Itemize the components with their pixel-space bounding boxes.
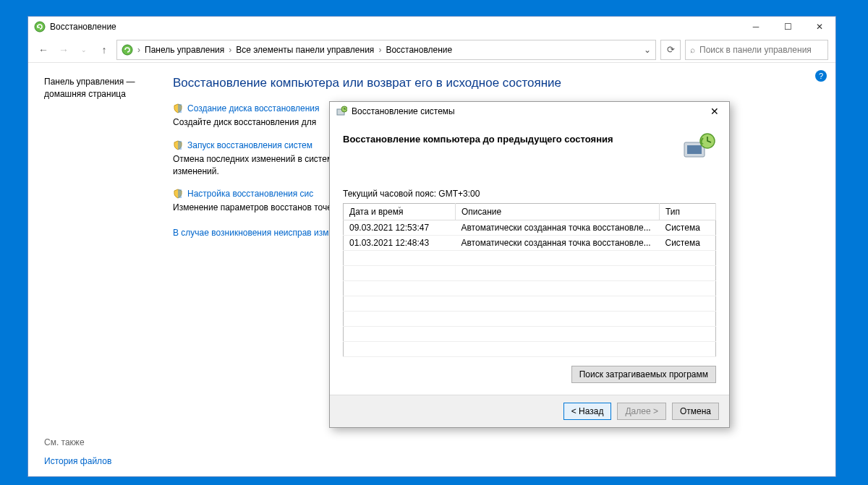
system-restore-link[interactable]: Запуск восстановления систем — [187, 140, 312, 150]
address-bar[interactable]: › Панель управления › Все элементы панел… — [116, 40, 656, 60]
titlebar: Восстановление ─ ☐ ✕ — [28, 17, 835, 37]
table-row: . — [344, 296, 716, 312]
help-icon[interactable]: ? — [815, 70, 827, 82]
up-button[interactable]: ↑ — [96, 42, 112, 58]
shield-icon — [173, 189, 183, 199]
breadcrumb-3[interactable]: Восстановление — [386, 45, 452, 55]
sidebar: Панель управления — домашняя страница — [44, 76, 173, 239]
shield-icon — [173, 140, 183, 150]
table-row: . — [344, 281, 716, 296]
scan-button-row: Поиск затрагиваемых программ — [343, 366, 716, 383]
svg-rect-2 — [178, 104, 182, 113]
scan-affected-programs-button[interactable]: Поиск затрагиваемых программ — [571, 366, 716, 383]
dialog-footer: < Назад Далее > Отмена — [330, 395, 729, 427]
window-controls: ─ ☐ ✕ — [740, 17, 835, 37]
page-heading: Восстановление компьютера или возврат ег… — [173, 76, 820, 90]
breadcrumb-sep: › — [137, 45, 140, 55]
back-button[interactable]: ← — [35, 42, 51, 58]
refresh-button[interactable]: ⟳ — [660, 40, 681, 60]
restore-large-icon — [681, 132, 716, 161]
dialog-heading-text: Восстановление компьютера до предыдущего… — [343, 132, 674, 145]
window-title: Восстановление — [50, 22, 116, 32]
col-description[interactable]: Описание — [456, 204, 660, 220]
create-recovery-drive-link[interactable]: Создание диска восстановления — [187, 103, 320, 113]
restore-points-table[interactable]: ⌄Дата и время Описание Тип 09.03.2021 12… — [343, 203, 716, 357]
configure-restore-link[interactable]: Настройка восстановления сис — [187, 189, 313, 199]
see-also: См. также История файлов — [44, 437, 111, 466]
dialog-titlebar: Восстановление системы ✕ — [330, 102, 729, 121]
table-row: . — [344, 342, 716, 357]
svg-rect-3 — [178, 141, 182, 150]
svg-rect-8 — [687, 145, 702, 154]
minimize-button[interactable]: ─ — [740, 17, 772, 37]
dialog-title-text: Восстановление системы — [352, 106, 455, 116]
col-datetime[interactable]: ⌄Дата и время — [344, 204, 456, 220]
svg-point-0 — [35, 22, 45, 32]
dialog-heading-row: Восстановление компьютера до предыдущего… — [343, 132, 716, 161]
shield-icon — [173, 103, 183, 113]
table-row[interactable]: 09.03.2021 12:53:47 Автоматически создан… — [344, 220, 716, 236]
address-dropdown[interactable]: ⌄ — [644, 45, 651, 55]
table-row: . — [344, 251, 716, 266]
col-type[interactable]: Тип — [660, 204, 716, 220]
search-placeholder: Поиск в панели управления — [699, 45, 812, 55]
breadcrumb-sep: › — [378, 45, 381, 55]
timezone-label: Текущий часовой пояс: GMT+3:00 — [343, 189, 716, 199]
control-panel-home-link[interactable]: Панель управления — домашняя страница — [44, 76, 173, 100]
recovery-icon — [122, 44, 133, 56]
breadcrumb-2[interactable]: Все элементы панели управления — [236, 45, 374, 55]
next-button[interactable]: Далее > — [617, 403, 666, 420]
search-icon: ⌕ — [690, 45, 695, 55]
recent-dropdown[interactable]: ⌄ — [76, 42, 92, 58]
nav-toolbar: ← → ⌄ ↑ › Панель управления › Все элемен… — [28, 37, 835, 63]
table-row: . — [344, 266, 716, 281]
recovery-icon — [34, 21, 46, 33]
svg-point-1 — [122, 45, 132, 55]
sort-indicator-icon: ⌄ — [397, 203, 402, 210]
restore-icon — [336, 106, 347, 117]
forward-button[interactable]: → — [56, 42, 72, 58]
breadcrumb-sep: › — [229, 45, 231, 55]
cancel-button[interactable]: Отмена — [672, 403, 719, 420]
file-history-link[interactable]: История файлов — [44, 456, 111, 466]
back-button[interactable]: < Назад — [563, 403, 612, 420]
close-button[interactable]: ✕ — [804, 17, 835, 37]
breadcrumb-1[interactable]: Панель управления — [145, 45, 224, 55]
dialog-close-button[interactable]: ✕ — [700, 106, 729, 117]
maximize-button[interactable]: ☐ — [772, 17, 804, 37]
system-restore-dialog: Восстановление системы ✕ Восстановление … — [329, 101, 730, 428]
table-row[interactable]: 01.03.2021 12:48:43 Автоматически создан… — [344, 236, 716, 251]
dialog-body: Восстановление компьютера до предыдущего… — [330, 121, 729, 395]
svg-rect-4 — [178, 189, 182, 198]
search-input[interactable]: ⌕ Поиск в панели управления — [685, 40, 828, 60]
table-row: . — [344, 312, 716, 327]
see-also-label: См. также — [44, 437, 111, 447]
table-row: . — [344, 327, 716, 342]
